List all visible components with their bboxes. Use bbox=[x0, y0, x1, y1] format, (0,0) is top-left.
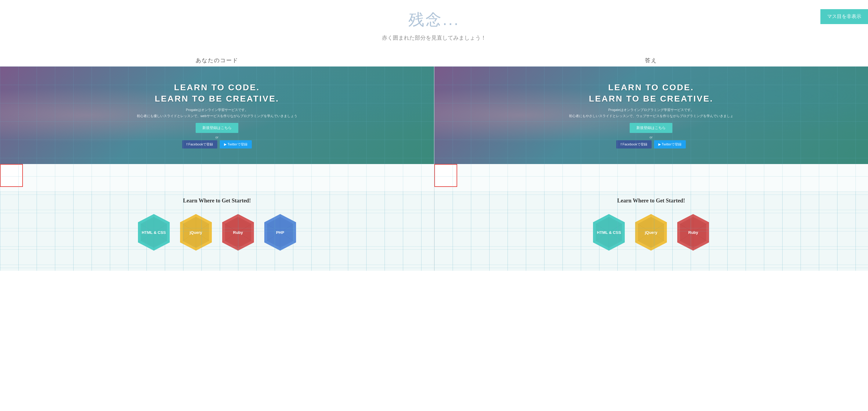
preview-area: LEARN TO CODE. LEARN TO BE CREATIVE. Pro… bbox=[0, 66, 868, 271]
hero-desc1-left: Progateはオンライン学習サービスです。 bbox=[137, 107, 297, 112]
hero-content-left: LEARN TO CODE. LEARN TO BE CREATIVE. Pro… bbox=[137, 82, 297, 148]
hexagon-jquery-right: jQuery bbox=[634, 213, 668, 251]
white-section-right bbox=[434, 164, 868, 192]
left-column-label: あなたのコード bbox=[0, 57, 434, 64]
hide-grid-button[interactable]: マス目を非表示 bbox=[820, 9, 868, 24]
hero-section-left: LEARN TO CODE. LEARN TO BE CREATIVE. Pro… bbox=[0, 66, 434, 164]
hex-label-ruby-left: Ruby bbox=[233, 230, 243, 235]
hex-html-css-left: HTML & CSS bbox=[137, 213, 170, 251]
page-container: 残念... 赤く囲まれた部分を見直してみましょう！ マス目を非表示 あなたのコー… bbox=[0, 0, 868, 271]
hero-desc2-left: 初心者にも優しいスライドとレッスンで、webサービスを作りながらプログラミングを… bbox=[137, 113, 297, 118]
hero-section-right: LEARN TO CODE. LEARN TO BE CREATIVE. Pro… bbox=[434, 66, 868, 164]
facebook-button-right[interactable]: f Facebookで登録 bbox=[616, 140, 651, 148]
hex-label-jquery-left: jQuery bbox=[189, 230, 202, 235]
right-column-label: 答え bbox=[434, 57, 868, 64]
hero-desc1-right: Progateはオンラインプログラミング学習サービスです。 bbox=[569, 107, 734, 112]
hero-or-right: or bbox=[569, 135, 734, 139]
hex-ruby-right: Ruby bbox=[676, 213, 710, 251]
left-panel: LEARN TO CODE. LEARN TO BE CREATIVE. Pro… bbox=[0, 66, 434, 271]
hero-desc2-right: 初心者にもやさしいスライドとレッスンで、ウェブサービスを作りながらプログラミング… bbox=[569, 113, 734, 118]
page-subtitle: 赤く囲まれた部分を見直してみましょう！ bbox=[382, 34, 486, 41]
hex-ruby-left: Ruby bbox=[221, 213, 255, 251]
hex-label-php-left: PHP bbox=[276, 230, 284, 235]
facebook-button-left[interactable]: f Facebookで登録 bbox=[182, 140, 217, 148]
white-section-left bbox=[0, 164, 434, 192]
hex-jquery-right: jQuery bbox=[634, 213, 668, 251]
learn-section-left: Learn Where to Get Started! bbox=[0, 192, 434, 271]
hero-title-left: LEARN TO CODE. LEARN TO BE CREATIVE. bbox=[137, 82, 297, 104]
hexagons-row-left: HTML & CSS j bbox=[0, 210, 434, 258]
learn-section-right: Learn Where to Get Started! bbox=[434, 192, 868, 271]
signup-button-left[interactable]: 新規登録はこちら bbox=[196, 123, 238, 133]
hero-title-right: LEARN TO CODE. LEARN TO BE CREATIVE. bbox=[569, 82, 734, 104]
twitter-button-left[interactable]: ▶ Twitterで登録 bbox=[220, 140, 251, 148]
hex-label-jquery-right: jQuery bbox=[645, 230, 657, 235]
hexagon-ruby-right: Ruby bbox=[676, 213, 710, 251]
hexagon-ruby-left: Ruby bbox=[221, 213, 255, 251]
hexagon-jquery-left: jQuery bbox=[179, 213, 213, 251]
hexagon-html-css-right: HTML & CSS bbox=[592, 213, 626, 251]
hex-label-ruby-right: Ruby bbox=[688, 230, 698, 235]
hero-social-left: f Facebookで登録 ▶ Twitterで登録 bbox=[137, 140, 297, 148]
red-border-box-left bbox=[0, 164, 23, 187]
page-title: 残念... bbox=[408, 9, 459, 31]
learn-title-right: Learn Where to Get Started! bbox=[434, 198, 868, 204]
right-panel: LEARN TO CODE. LEARN TO BE CREATIVE. Pro… bbox=[434, 66, 868, 271]
hexagon-php-left: PHP bbox=[264, 213, 297, 251]
hex-label-html-css-right: HTML & CSS bbox=[597, 230, 621, 235]
hex-label-html-css-left: HTML & CSS bbox=[142, 230, 166, 235]
hex-html-css-right: HTML & CSS bbox=[592, 213, 626, 251]
top-section: 残念... 赤く囲まれた部分を見直してみましょう！ マス目を非表示 bbox=[0, 0, 868, 54]
twitter-button-right[interactable]: ▶ Twitterで登録 bbox=[654, 140, 686, 148]
signup-button-right[interactable]: 新規登録はこちら bbox=[630, 123, 672, 133]
hero-or-left: or bbox=[137, 135, 297, 139]
hexagons-row-right: HTML & CSS j bbox=[434, 210, 868, 258]
hex-jquery-left: jQuery bbox=[179, 213, 213, 251]
hex-php-left: PHP bbox=[264, 213, 297, 251]
red-border-box-right bbox=[434, 164, 457, 187]
column-labels: あなたのコード 答え bbox=[0, 54, 868, 66]
hero-content-right: LEARN TO CODE. LEARN TO BE CREATIVE. Pro… bbox=[569, 82, 734, 148]
hexagon-html-css-left: HTML & CSS bbox=[137, 213, 170, 251]
learn-title-left: Learn Where to Get Started! bbox=[0, 198, 434, 204]
hero-social-right: f Facebookで登録 ▶ Twitterで登録 bbox=[569, 140, 734, 148]
